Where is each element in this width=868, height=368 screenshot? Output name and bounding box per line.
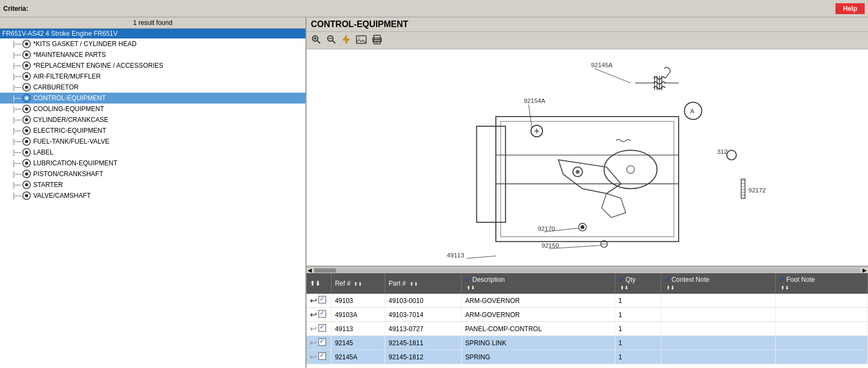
tree-item-piston-icon bbox=[22, 170, 31, 178]
image-icon bbox=[356, 35, 367, 44]
table-row: ↩ 49113 49113-0727 PANEL-COMP-CONTROL 1 bbox=[307, 322, 868, 336]
row-ref: 92145A bbox=[331, 350, 385, 364]
row-ctx bbox=[661, 336, 776, 350]
zoom-out-icon bbox=[327, 35, 336, 44]
row-part: 49103-0010 bbox=[385, 294, 462, 308]
scroll-track bbox=[314, 268, 860, 273]
tree-item-control-icon bbox=[22, 94, 31, 102]
col-header-qty[interactable]: ✔ Qty ⬆⬇ bbox=[615, 273, 661, 294]
row-desc: ARM-GOVERNOR bbox=[462, 294, 615, 308]
tree-container[interactable]: FR651V-AS42 4 Stroke Engine FR651V |— *K… bbox=[0, 29, 305, 368]
svg-point-9 bbox=[358, 37, 360, 39]
zoom-out-button[interactable] bbox=[325, 34, 338, 47]
tree-item-starter[interactable]: |— STARTER bbox=[0, 179, 305, 190]
svg-text:A: A bbox=[690, 108, 694, 114]
back-arrow-icon[interactable]: ↩ bbox=[310, 310, 317, 319]
row-checkbox[interactable] bbox=[318, 338, 326, 346]
row-checkbox[interactable] bbox=[318, 310, 326, 318]
tree-item-cylinder[interactable]: |— CYLINDER/CRANKCASE bbox=[0, 114, 305, 125]
row-part: 92145-1811 bbox=[385, 336, 462, 350]
svg-line-1 bbox=[317, 41, 320, 43]
tree-item-cooling[interactable]: |— COOLING-EQUIPMENT bbox=[0, 104, 305, 114]
parts-table: ⬆⬇ Ref # ⬆⬇ Part # ⬆⬇ ✔ Description ⬆⬇ bbox=[307, 273, 868, 364]
row-checkbox[interactable] bbox=[318, 296, 326, 304]
row-ctx bbox=[661, 350, 776, 364]
content-area: 1 result found FR651V-AS42 4 Stroke Engi… bbox=[0, 17, 868, 368]
col-header-foot[interactable]: ✔ Foot Note ⬆⬇ bbox=[776, 273, 868, 294]
row-checkbox[interactable] bbox=[318, 324, 326, 332]
tree-item-carburetor[interactable]: |— CARBURETOR bbox=[0, 82, 305, 93]
svg-rect-10 bbox=[374, 35, 380, 40]
row-ctx bbox=[661, 294, 776, 308]
tree-item-kits[interactable]: |— *KITS GASKET / CYLINDER HEAD bbox=[0, 38, 305, 49]
row-desc: PANEL-COMP-CONTROL bbox=[462, 322, 615, 336]
tree-item-airfilter[interactable]: |— AIR-FILTER/MUFFLER bbox=[0, 71, 305, 82]
tree-item-electric-icon bbox=[22, 126, 31, 135]
row-part: 49113-0727 bbox=[385, 322, 462, 336]
flash-button[interactable] bbox=[340, 34, 352, 47]
results-header: 1 result found bbox=[0, 17, 305, 29]
back-arrow-icon[interactable]: ↩ bbox=[310, 296, 317, 305]
tree-item-label[interactable]: |— LABEL bbox=[0, 147, 305, 158]
scroll-thumb[interactable] bbox=[314, 268, 336, 273]
back-arrow-icon[interactable]: ↩ bbox=[310, 338, 317, 347]
svg-marker-7 bbox=[343, 35, 349, 44]
tree-item-control[interactable]: |— CONTROL-EQUIPMENT bbox=[0, 93, 305, 104]
criteria-label: Criteria: bbox=[3, 5, 28, 12]
svg-text:312: 312 bbox=[717, 149, 727, 155]
row-ref: 49103A bbox=[331, 308, 385, 322]
row-checkbox[interactable] bbox=[318, 352, 326, 360]
tree-item-maintenance-icon bbox=[22, 50, 31, 59]
row-desc: SPRING LINK bbox=[462, 336, 615, 350]
svg-text:49113: 49113 bbox=[447, 252, 464, 259]
back-arrow-icon[interactable]: ↩ bbox=[310, 352, 317, 361]
tree-item-fuel[interactable]: |— FUEL-TANK/FUEL-VALVE bbox=[0, 136, 305, 147]
row-part: 92145-1812 bbox=[385, 350, 462, 364]
tree-item-electric[interactable]: |— ELECTRIC-EQUIPMENT bbox=[0, 125, 305, 136]
diagram-scrollbar[interactable]: ◀ ▶ bbox=[307, 267, 868, 273]
row-action-cell: ↩ bbox=[307, 322, 331, 336]
scroll-right-button[interactable]: ▶ bbox=[861, 267, 868, 273]
col-header-ctx[interactable]: ✔ Context Note ⬆⬇ bbox=[661, 273, 776, 294]
table-row: ↩ 92145 92145-1811 SPRING LINK 1 bbox=[307, 336, 868, 350]
svg-text:92150: 92150 bbox=[541, 242, 559, 249]
tree-item-replacement-icon bbox=[22, 61, 31, 70]
table-row: ↩ 49103 49103-0010 ARM-GOVERNOR 1 bbox=[307, 294, 868, 308]
right-title: CONTROL-EQUIPMENT bbox=[307, 17, 868, 32]
tree-item-valve-icon bbox=[22, 191, 31, 200]
tree-item-lubrication-icon bbox=[22, 159, 31, 167]
row-desc: ARM-GOVERNOR bbox=[462, 308, 615, 322]
zoom-in-icon bbox=[311, 35, 321, 44]
tree-item-replacement[interactable]: |— *REPLACEMENT ENGINE / ACCESSORIES bbox=[0, 60, 305, 71]
back-arrow-icon[interactable]: ↩ bbox=[310, 324, 317, 333]
tree-item-airfilter-icon bbox=[22, 72, 31, 81]
svg-rect-15 bbox=[371, 49, 804, 266]
tree-item-maintenance[interactable]: |— *MAINTENANCE PARTS bbox=[0, 49, 305, 60]
col-header-part[interactable]: Part # ⬆⬇ bbox=[385, 273, 462, 294]
tree-item-fuel-icon bbox=[22, 137, 31, 146]
print-icon bbox=[372, 35, 382, 44]
help-button[interactable]: Help bbox=[835, 3, 865, 14]
print-button[interactable] bbox=[371, 34, 384, 47]
main-container: Criteria: Help 1 result found FR651V-AS4… bbox=[0, 0, 868, 368]
svg-point-47 bbox=[576, 170, 579, 174]
tree-item-starter-icon bbox=[22, 180, 31, 189]
diagram-area[interactable]: 92145A 92154A A 312 bbox=[307, 49, 868, 267]
tree-root-item[interactable]: FR651V-AS42 4 Stroke Engine FR651V bbox=[0, 29, 305, 38]
zoom-in-button[interactable] bbox=[310, 34, 323, 47]
parts-table-container[interactable]: ⬆⬇ Ref # ⬆⬇ Part # ⬆⬇ ✔ Description ⬆⬇ bbox=[307, 273, 868, 368]
col-header-ref[interactable]: Ref # ⬆⬇ bbox=[331, 273, 385, 294]
tree-item-lubrication[interactable]: |— LUBRICATION-EQUIPMENT bbox=[0, 158, 305, 169]
right-panel: CONTROL-EQUIPMENT bbox=[307, 17, 868, 368]
image-button[interactable] bbox=[354, 34, 368, 47]
tree-item-valve[interactable]: |— VALVE/CAMSHAFT bbox=[0, 190, 305, 201]
row-foot bbox=[776, 350, 868, 364]
scroll-left-button[interactable]: ◀ bbox=[307, 267, 313, 273]
col-header-desc[interactable]: ✔ Description ⬆⬇ bbox=[462, 273, 615, 294]
tree-item-piston[interactable]: |— PISTON/CRANKSHAFT bbox=[0, 169, 305, 179]
tree-item-cooling-icon bbox=[22, 105, 31, 113]
row-desc: SPRING bbox=[462, 350, 615, 364]
criteria-bar: Criteria: Help bbox=[0, 0, 868, 17]
col-header-actions[interactable]: ⬆⬇ bbox=[307, 273, 331, 294]
diagram-toolbar bbox=[307, 32, 868, 49]
